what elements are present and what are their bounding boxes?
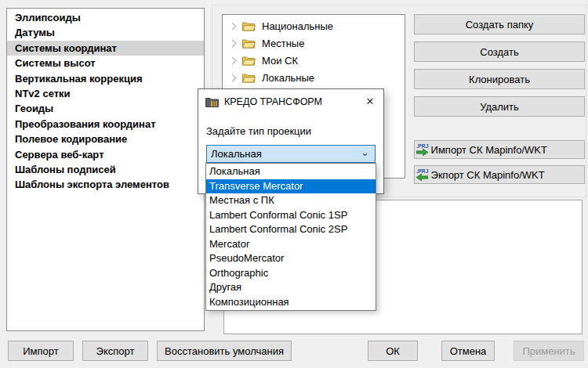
projection-type-label: Задайте тип проекции <box>206 125 311 137</box>
prj-import-icon: .PRJ <box>416 143 429 156</box>
apply-button: Применить <box>514 341 584 361</box>
chevron-right-icon <box>229 39 237 47</box>
import-prj-button[interactable]: .PRJ Импорт СК Mapinfo/WKT <box>414 140 585 159</box>
projection-combobox[interactable]: Локальная ⌄ <box>206 145 376 163</box>
tree-action-buttons: Создать папку Создать Клонировать Удалит… <box>414 14 585 117</box>
import-prj-label: Импорт СК Mapinfo/WKT <box>431 144 547 156</box>
cancel-button[interactable]: Отмена <box>441 341 495 361</box>
footer-right-buttons: ОК Отмена Применить <box>368 341 584 361</box>
sidebar-item-geoids[interactable]: Геоиды <box>7 101 204 116</box>
tree-item-label: Местные <box>262 38 304 49</box>
chevron-right-icon <box>229 22 237 30</box>
arrow-right-icon <box>416 149 428 156</box>
sidebar-item-vertical-correction[interactable]: Вертикальная коррекция <box>7 71 204 86</box>
close-icon: ✕ <box>366 96 375 107</box>
sidebar-item-field-coding[interactable]: Полевое кодирование <box>7 132 204 146</box>
ok-button[interactable]: ОК <box>368 341 418 361</box>
dropdown-item-mestnaya-s-pk[interactable]: Местная с ПК <box>206 193 376 208</box>
close-button[interactable]: ✕ <box>357 89 383 113</box>
folder-icon <box>242 38 256 49</box>
projection-dropdown: Локальная Transverse Mercator Местная с … <box>205 163 376 311</box>
dropdown-item-transverse-mercator[interactable]: Transverse Mercator <box>206 179 376 194</box>
tree-item-lokalnye[interactable]: Локальные <box>223 69 405 86</box>
restore-defaults-button[interactable]: Восстановить умолчания <box>157 341 292 361</box>
dropdown-item-pseudomercator[interactable]: PseudoMercator <box>206 251 376 266</box>
dialog-titlebar: КРЕДО ТРАНСФОРМ ✕ <box>198 89 383 114</box>
clone-button[interactable]: Клонировать <box>414 69 585 89</box>
dropdown-item-mercator[interactable]: Mercator <box>206 237 376 252</box>
chevron-right-icon <box>229 56 237 64</box>
dropdown-item-lcc-2sp[interactable]: Lambert Conformal Conic 2SP <box>206 222 376 237</box>
dropdown-item-lcc-1sp[interactable]: Lambert Conformal Conic 1SP <box>206 208 376 223</box>
export-prj-button[interactable]: .PRJ Экпорт СК Mapinfo/WKT <box>414 165 585 184</box>
tree-item-national[interactable]: Национальные <box>223 17 405 34</box>
export-prj-label: Экпорт СК Mapinfo/WKT <box>431 169 545 181</box>
sidebar-item-ellipsoids[interactable]: Эллипсоиды <box>7 10 204 25</box>
folder-icon <box>242 56 256 66</box>
category-list: Эллипсоиды Датумы Системы координат Сист… <box>6 8 205 331</box>
create-folder-button[interactable]: Создать папку <box>414 14 585 34</box>
arrow-left-icon <box>416 174 428 181</box>
tree-item-my-cs[interactable]: Мои СК <box>223 52 405 69</box>
dialog-title: КРЕДО ТРАНСФОРМ <box>224 96 322 107</box>
dropdown-item-lokalnaya[interactable]: Локальная <box>206 164 376 179</box>
tree-item-label: Локальные <box>262 72 314 84</box>
create-button[interactable]: Создать <box>414 41 585 62</box>
app-icon <box>205 96 219 107</box>
tree-item-local-mestnye[interactable]: Местные <box>223 34 405 52</box>
folder-icon <box>242 21 256 31</box>
delete-button[interactable]: Удалить <box>414 96 585 117</box>
sidebar-item-export-templates[interactable]: Шаблоны экспорта элементов <box>7 177 204 192</box>
sidebar-item-height-systems[interactable]: Системы высот <box>7 56 204 70</box>
sidebar-item-label-templates[interactable]: Шаблоны подписей <box>7 162 204 177</box>
sidebar-item-datums[interactable]: Датумы <box>7 25 204 40</box>
export-button[interactable]: Экспорт <box>82 341 148 361</box>
prj-export-icon: .PRJ <box>416 168 429 181</box>
sidebar-item-web-map-servers[interactable]: Сервера веб-карт <box>7 147 204 162</box>
sidebar-item-coordinate-systems[interactable]: Системы координат <box>7 41 204 56</box>
dropdown-item-kompozitsionnaya[interactable]: Композиционная <box>206 295 376 310</box>
footer-left-buttons: Импорт Экспорт Восстановить умолчания <box>8 341 292 361</box>
folder-icon <box>242 73 256 83</box>
dropdown-item-orthographic[interactable]: Orthographic <box>206 266 376 281</box>
dropdown-item-drugaya[interactable]: Другая <box>206 280 376 295</box>
sidebar-item-ntv2-grids[interactable]: NTv2 сетки <box>7 86 204 101</box>
import-button[interactable]: Импорт <box>8 341 74 361</box>
combobox-value: Локальная <box>211 148 262 160</box>
tree-item-label: Национальные <box>262 20 333 32</box>
prj-buttons: .PRJ Импорт СК Mapinfo/WKT .PRJ Экпорт С… <box>414 140 585 184</box>
chevron-right-icon <box>229 74 237 81</box>
sidebar-item-coordinate-transformations[interactable]: Преобразования координат <box>7 117 204 132</box>
tree-item-label: Мои СК <box>262 55 298 67</box>
chevron-down-icon: ⌄ <box>361 146 369 158</box>
